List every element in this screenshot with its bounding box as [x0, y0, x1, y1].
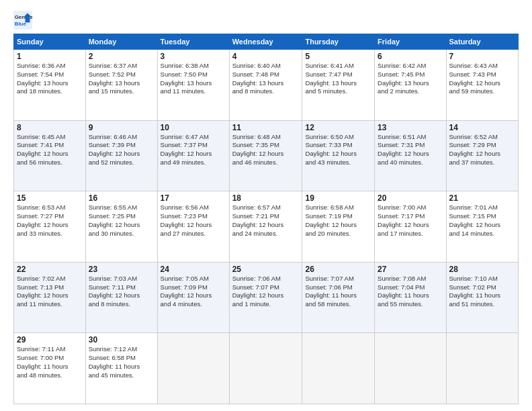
- day-detail: Sunrise: 7:02 AMSunset: 7:13 PMDaylight:…: [17, 275, 83, 309]
- calendar-cell: 30Sunrise: 7:12 AMSunset: 6:58 PMDayligh…: [85, 333, 157, 404]
- calendar-cell: 14Sunrise: 6:52 AMSunset: 7:29 PMDayligh…: [446, 120, 518, 191]
- calendar-cell: 22Sunrise: 7:02 AMSunset: 7:13 PMDayligh…: [14, 262, 86, 333]
- day-detail: Sunrise: 7:05 AMSunset: 7:09 PMDaylight:…: [161, 275, 226, 309]
- calendar-cell: 3Sunrise: 6:38 AMSunset: 7:50 PMDaylight…: [157, 50, 229, 121]
- day-number: 10: [161, 123, 226, 132]
- calendar-cell: 27Sunrise: 7:08 AMSunset: 7:04 PMDayligh…: [375, 262, 446, 333]
- calendar-cell: [157, 333, 229, 404]
- day-number: 20: [378, 193, 443, 203]
- calendar-cell: 15Sunrise: 6:53 AMSunset: 7:27 PMDayligh…: [14, 191, 86, 263]
- day-detail: Sunrise: 6:42 AMSunset: 7:45 PMDaylight:…: [378, 62, 443, 96]
- calendar-cell: 26Sunrise: 7:07 AMSunset: 7:06 PMDayligh…: [302, 262, 375, 333]
- day-number: 1: [17, 52, 83, 61]
- col-header-thursday: Thursday: [302, 34, 375, 50]
- day-number: 30: [89, 335, 154, 345]
- day-detail: Sunrise: 7:01 AMSunset: 7:15 PMDaylight:…: [449, 203, 515, 238]
- day-number: 12: [305, 123, 371, 132]
- day-detail: Sunrise: 6:41 AMSunset: 7:47 PMDaylight:…: [305, 62, 371, 96]
- day-number: 24: [161, 265, 226, 274]
- calendar-cell: 10Sunrise: 6:47 AMSunset: 7:37 PMDayligh…: [157, 120, 229, 191]
- calendar-cell: 12Sunrise: 6:50 AMSunset: 7:33 PMDayligh…: [302, 120, 375, 191]
- day-detail: Sunrise: 6:58 AMSunset: 7:19 PMDaylight:…: [305, 203, 371, 238]
- calendar-cell: 18Sunrise: 6:57 AMSunset: 7:21 PMDayligh…: [229, 191, 302, 263]
- calendar-cell: 8Sunrise: 6:45 AMSunset: 7:41 PMDaylight…: [14, 120, 86, 191]
- day-number: 5: [305, 52, 371, 61]
- day-detail: Sunrise: 6:55 AMSunset: 7:25 PMDaylight:…: [89, 203, 154, 238]
- day-detail: Sunrise: 7:10 AMSunset: 7:02 PMDaylight:…: [449, 275, 515, 309]
- day-number: 22: [17, 265, 83, 274]
- day-number: 2: [89, 52, 154, 61]
- calendar-cell: 21Sunrise: 7:01 AMSunset: 7:15 PMDayligh…: [446, 191, 518, 263]
- day-number: 7: [449, 52, 515, 61]
- day-number: 26: [305, 265, 371, 274]
- day-number: 14: [449, 123, 515, 132]
- calendar-cell: 20Sunrise: 7:00 AMSunset: 7:17 PMDayligh…: [375, 191, 446, 263]
- col-header-wednesday: Wednesday: [229, 34, 302, 50]
- calendar-cell: 5Sunrise: 6:41 AMSunset: 7:47 PMDaylight…: [302, 50, 375, 121]
- day-detail: Sunrise: 6:57 AMSunset: 7:21 PMDaylight:…: [232, 203, 300, 238]
- day-detail: Sunrise: 6:45 AMSunset: 7:41 PMDaylight:…: [17, 133, 83, 167]
- calendar-cell: 11Sunrise: 6:48 AMSunset: 7:35 PMDayligh…: [229, 120, 302, 191]
- calendar-cell: [446, 333, 518, 404]
- calendar-cell: 29Sunrise: 7:11 AMSunset: 7:00 PMDayligh…: [14, 333, 86, 404]
- day-detail: Sunrise: 6:47 AMSunset: 7:37 PMDaylight:…: [161, 133, 226, 167]
- calendar-cell: 25Sunrise: 7:06 AMSunset: 7:07 PMDayligh…: [229, 262, 302, 333]
- day-detail: Sunrise: 6:48 AMSunset: 7:35 PMDaylight:…: [232, 133, 300, 167]
- day-number: 19: [305, 193, 371, 203]
- day-number: 18: [232, 193, 300, 203]
- day-detail: Sunrise: 6:46 AMSunset: 7:39 PMDaylight:…: [89, 133, 154, 167]
- calendar-cell: [375, 333, 446, 404]
- day-number: 13: [378, 123, 443, 132]
- calendar-cell: 4Sunrise: 6:40 AMSunset: 7:48 PMDaylight…: [229, 50, 302, 121]
- calendar-cell: 16Sunrise: 6:55 AMSunset: 7:25 PMDayligh…: [85, 191, 157, 263]
- col-header-sunday: Sunday: [14, 34, 86, 50]
- calendar-cell: [302, 333, 375, 404]
- day-number: 8: [17, 123, 83, 132]
- calendar-cell: 24Sunrise: 7:05 AMSunset: 7:09 PMDayligh…: [157, 262, 229, 333]
- day-detail: Sunrise: 7:00 AMSunset: 7:17 PMDaylight:…: [378, 203, 443, 238]
- header: General Blue: [13, 11, 519, 30]
- day-number: 23: [89, 265, 154, 274]
- calendar-cell: 1Sunrise: 6:36 AMSunset: 7:54 PMDaylight…: [14, 50, 86, 121]
- day-detail: Sunrise: 6:53 AMSunset: 7:27 PMDaylight:…: [17, 203, 83, 238]
- calendar-cell: 7Sunrise: 6:43 AMSunset: 7:43 PMDaylight…: [446, 50, 518, 121]
- page: General Blue SundayMondayTuesdayWednesda…: [0, 0, 532, 411]
- calendar-cell: 23Sunrise: 7:03 AMSunset: 7:11 PMDayligh…: [85, 262, 157, 333]
- day-number: 9: [89, 123, 154, 132]
- day-detail: Sunrise: 7:06 AMSunset: 7:07 PMDaylight:…: [232, 275, 300, 309]
- day-detail: Sunrise: 7:11 AMSunset: 7:00 PMDaylight:…: [17, 345, 83, 379]
- day-detail: Sunrise: 7:03 AMSunset: 7:11 PMDaylight:…: [89, 275, 154, 309]
- svg-text:Blue: Blue: [15, 21, 27, 27]
- calendar-cell: 6Sunrise: 6:42 AMSunset: 7:45 PMDaylight…: [375, 50, 446, 121]
- day-detail: Sunrise: 6:40 AMSunset: 7:48 PMDaylight:…: [232, 62, 300, 96]
- col-header-monday: Monday: [85, 34, 157, 50]
- day-number: 29: [17, 335, 83, 345]
- day-detail: Sunrise: 7:12 AMSunset: 6:58 PMDaylight:…: [89, 345, 154, 379]
- day-number: 25: [232, 265, 300, 274]
- day-number: 11: [232, 123, 300, 132]
- day-detail: Sunrise: 6:37 AMSunset: 7:52 PMDaylight:…: [89, 62, 154, 96]
- day-number: 28: [449, 265, 515, 274]
- col-header-friday: Friday: [375, 34, 446, 50]
- day-number: 15: [17, 193, 83, 203]
- day-number: 6: [378, 52, 443, 61]
- calendar-table: SundayMondayTuesdayWednesdayThursdayFrid…: [13, 34, 519, 404]
- calendar-cell: 9Sunrise: 6:46 AMSunset: 7:39 PMDaylight…: [85, 120, 157, 191]
- calendar-cell: [229, 333, 302, 404]
- day-number: 16: [89, 193, 154, 203]
- col-header-tuesday: Tuesday: [157, 34, 229, 50]
- calendar-cell: 19Sunrise: 6:58 AMSunset: 7:19 PMDayligh…: [302, 191, 375, 263]
- day-detail: Sunrise: 7:08 AMSunset: 7:04 PMDaylight:…: [378, 275, 443, 309]
- day-detail: Sunrise: 7:07 AMSunset: 7:06 PMDaylight:…: [305, 275, 371, 309]
- day-number: 3: [161, 52, 226, 61]
- calendar-cell: 13Sunrise: 6:51 AMSunset: 7:31 PMDayligh…: [375, 120, 446, 191]
- calendar-cell: 28Sunrise: 7:10 AMSunset: 7:02 PMDayligh…: [446, 262, 518, 333]
- day-detail: Sunrise: 6:51 AMSunset: 7:31 PMDaylight:…: [378, 133, 443, 167]
- logo-icon: General Blue: [13, 11, 32, 30]
- day-detail: Sunrise: 6:36 AMSunset: 7:54 PMDaylight:…: [17, 62, 83, 96]
- day-detail: Sunrise: 6:43 AMSunset: 7:43 PMDaylight:…: [449, 62, 515, 96]
- calendar-cell: 17Sunrise: 6:56 AMSunset: 7:23 PMDayligh…: [157, 191, 229, 263]
- day-number: 17: [161, 193, 226, 203]
- day-detail: Sunrise: 6:50 AMSunset: 7:33 PMDaylight:…: [305, 133, 371, 167]
- day-number: 4: [232, 52, 300, 61]
